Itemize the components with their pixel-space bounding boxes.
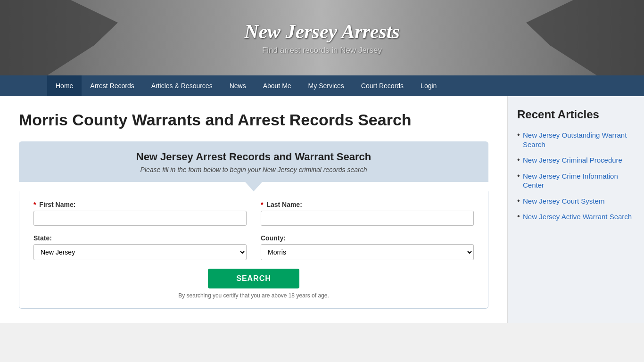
nav-link-articles[interactable]: Articles & Resources bbox=[143, 75, 221, 96]
county-label: County: bbox=[261, 234, 474, 242]
recent-articles-list: New Jersey Outstanding Warrant Search Ne… bbox=[517, 131, 635, 222]
nav-item-news[interactable]: News bbox=[221, 75, 255, 96]
page-title: Morris County Warrants and Arrest Record… bbox=[19, 110, 488, 130]
article-link-1[interactable]: New Jersey Criminal Procedure bbox=[523, 156, 622, 164]
form-disclaimer: By searching you certify that you are ab… bbox=[33, 292, 474, 299]
nav-item-court-records[interactable]: Court Records bbox=[353, 75, 412, 96]
search-button[interactable]: SEARCH bbox=[208, 269, 299, 288]
sidebar: Recent Articles New Jersey Outstanding W… bbox=[507, 96, 644, 323]
list-item: New Jersey Court System bbox=[517, 197, 635, 206]
nav-item-home[interactable]: Home bbox=[47, 75, 82, 96]
page-container: Morris County Warrants and Arrest Record… bbox=[0, 96, 644, 323]
county-select[interactable]: Morris bbox=[261, 244, 474, 260]
nav-item-about[interactable]: About Me bbox=[255, 75, 300, 96]
county-group: County: Morris bbox=[261, 234, 474, 260]
list-item: New Jersey Crime Information Center bbox=[517, 172, 635, 190]
first-name-label: * First Name: bbox=[33, 201, 247, 208]
search-box-subtitle: Please fill in the form below to begin y… bbox=[33, 166, 474, 173]
article-link-3[interactable]: New Jersey Court System bbox=[523, 197, 604, 205]
header-text-block: New Jersey Arrests Find arrest records i… bbox=[244, 20, 400, 55]
name-row: * First Name: * Last Name: bbox=[33, 201, 474, 226]
state-label: State: bbox=[33, 234, 247, 242]
nav-link-news[interactable]: News bbox=[221, 75, 255, 96]
article-link-0[interactable]: New Jersey Outstanding Warrant Search bbox=[523, 131, 627, 148]
first-name-input[interactable] bbox=[33, 211, 247, 226]
list-item: New Jersey Active Warrant Search bbox=[517, 212, 635, 222]
list-item: New Jersey Outstanding Warrant Search bbox=[517, 131, 635, 149]
nav-link-services[interactable]: My Services bbox=[300, 75, 353, 96]
triangle-pointer bbox=[245, 182, 262, 191]
site-subtitle: Find arrest records in New Jersey bbox=[244, 46, 400, 55]
search-form-area: * First Name: * Last Name: bbox=[19, 191, 488, 309]
last-name-label: * Last Name: bbox=[261, 201, 474, 208]
main-nav: Home Arrest Records Articles & Resources… bbox=[0, 75, 644, 96]
nav-item-services[interactable]: My Services bbox=[300, 75, 353, 96]
first-name-required: * bbox=[33, 201, 36, 208]
nav-link-about[interactable]: About Me bbox=[255, 75, 300, 96]
search-form: * First Name: * Last Name: bbox=[19, 191, 488, 308]
article-link-2[interactable]: New Jersey Crime Information Center bbox=[523, 172, 618, 189]
state-group: State: New Jersey bbox=[33, 234, 247, 260]
header-banner: New Jersey Arrests Find arrest records i… bbox=[0, 0, 644, 75]
nav-link-home[interactable]: Home bbox=[47, 75, 82, 96]
nav-item-articles[interactable]: Articles & Resources bbox=[143, 75, 221, 96]
article-link-4[interactable]: New Jersey Active Warrant Search bbox=[523, 213, 632, 221]
site-title: New Jersey Arrests bbox=[244, 20, 400, 43]
search-header-box: New Jersey Arrest Records and Warrant Se… bbox=[19, 141, 488, 182]
list-item: New Jersey Criminal Procedure bbox=[517, 156, 635, 165]
last-name-required: * bbox=[261, 201, 263, 208]
main-content: Morris County Warrants and Arrest Record… bbox=[0, 96, 507, 323]
nav-link-arrest-records[interactable]: Arrest Records bbox=[82, 75, 142, 96]
nav-link-login[interactable]: Login bbox=[412, 75, 445, 96]
nav-link-court-records[interactable]: Court Records bbox=[353, 75, 412, 96]
state-select[interactable]: New Jersey bbox=[33, 244, 247, 260]
nav-item-login[interactable]: Login bbox=[412, 75, 445, 96]
nav-item-arrest-records[interactable]: Arrest Records bbox=[82, 75, 142, 96]
search-box-title: New Jersey Arrest Records and Warrant Se… bbox=[33, 151, 474, 163]
last-name-group: * Last Name: bbox=[261, 201, 474, 226]
first-name-group: * First Name: bbox=[33, 201, 247, 226]
last-name-input[interactable] bbox=[261, 211, 474, 226]
location-row: State: New Jersey County: Morris bbox=[33, 234, 474, 260]
sidebar-title: Recent Articles bbox=[517, 108, 635, 121]
